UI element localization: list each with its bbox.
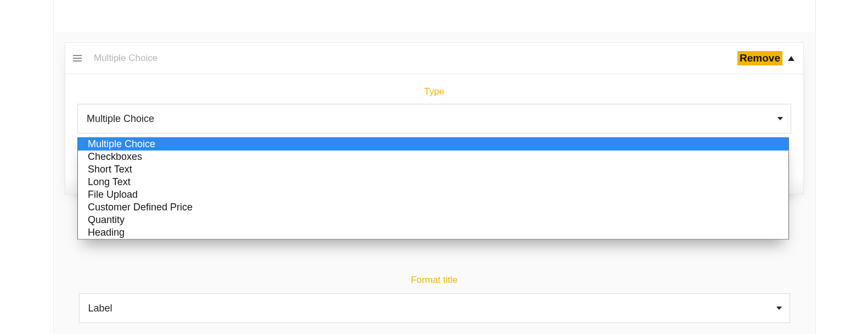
type-option[interactable]: Heading [78, 226, 788, 239]
type-select[interactable]: Multiple Choice [77, 104, 791, 133]
field-panel-title: Multiple Choice [94, 53, 737, 64]
collapse-toggle-icon[interactable] [788, 56, 794, 61]
type-dropdown-list[interactable]: Multiple ChoiceCheckboxesShort TextLong … [77, 137, 789, 240]
type-option[interactable]: Short Text [78, 163, 788, 176]
type-option[interactable]: Checkboxes [78, 151, 788, 163]
field-panel-body: Type Multiple Choice Multiple ChoiceChec… [65, 74, 803, 194]
type-option[interactable]: Long Text [78, 176, 788, 188]
type-label: Type [77, 86, 791, 97]
type-option[interactable]: Multiple Choice [78, 138, 788, 151]
format-title-section: Format title Label [65, 275, 804, 323]
form-builder-frame: Multiple Choice Remove Type Multiple Cho… [53, 0, 816, 334]
chevron-down-icon [776, 307, 782, 310]
format-title-select-value: Label [88, 303, 112, 314]
format-title-label: Format title [65, 275, 804, 286]
type-option[interactable]: Quantity [78, 214, 788, 226]
field-panel: Multiple Choice Remove Type Multiple Cho… [65, 42, 804, 194]
drag-handle-icon[interactable] [73, 55, 83, 62]
type-option[interactable]: File Upload [78, 188, 788, 201]
type-option[interactable]: Customer Defined Price [78, 201, 788, 214]
remove-button[interactable]: Remove [737, 51, 782, 65]
format-title-select[interactable]: Label [79, 293, 790, 323]
type-select-value: Multiple Choice [87, 113, 154, 125]
chevron-down-icon [777, 117, 783, 120]
field-panel-header: Multiple Choice Remove [65, 43, 803, 74]
